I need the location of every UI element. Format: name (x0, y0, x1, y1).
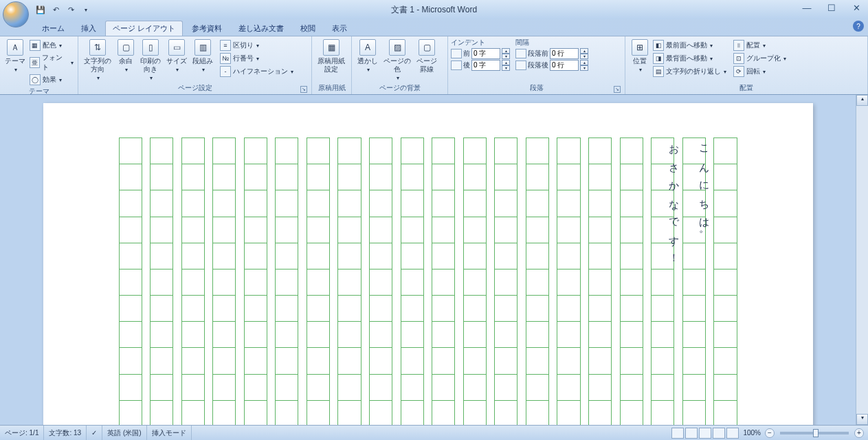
group-background-label: ページの背景 (355, 82, 445, 94)
margins-icon: ▢ (118, 39, 134, 56)
line-numbers[interactable]: №行番号▾ (219, 52, 295, 65)
status-language[interactable]: 英語 (米国) (102, 426, 146, 440)
page[interactable]: こんにちは。 おさかなです！ (43, 103, 813, 425)
page-color-icon: ▨ (389, 39, 405, 56)
close-button[interactable]: ✕ (847, 1, 865, 14)
orientation-icon: ▯ (142, 39, 159, 56)
columns[interactable]: ▥段組み▾ (190, 38, 216, 74)
zoom-slider[interactable] (780, 432, 849, 434)
theme-effects[interactable]: ◯効果▾ (28, 74, 75, 86)
group-pagesetup-label: ページ設定↘ (81, 82, 309, 94)
margins[interactable]: ▢余白▾ (114, 38, 137, 74)
status-mode[interactable]: 挿入モード (147, 426, 192, 440)
tab-references[interactable]: 参考資料 (184, 21, 230, 36)
qat-redo[interactable]: ↷ (65, 3, 77, 16)
columns-icon: ▥ (194, 39, 211, 56)
themes-icon: Ａ (7, 39, 23, 56)
align-icon: ⫴ (733, 40, 744, 51)
page-color[interactable]: ▨ページの 色▾ (381, 38, 414, 82)
tab-insert[interactable]: 挿入 (74, 21, 104, 36)
ribbon-tabs: ホーム 挿入 ページ レイアウト 参考資料 差し込み文書 校閲 表示 ? (0, 19, 868, 36)
tab-page-layout[interactable]: ページ レイアウト (105, 21, 183, 36)
genkou-grid (119, 138, 737, 425)
palette-icon: ▦ (30, 40, 41, 51)
rotate[interactable]: ⟳回転▾ (732, 65, 788, 78)
space-after-input[interactable] (550, 60, 579, 71)
dialog-launcher-icon[interactable]: ↘ (300, 86, 307, 93)
watermark[interactable]: A透かし▾ (355, 38, 381, 74)
line-no-icon: № (220, 53, 231, 64)
view-full-screen[interactable] (685, 428, 698, 439)
group-genkou-label: 原稿用紙 (315, 82, 348, 94)
theme-colors[interactable]: ▦配色▾ (28, 39, 75, 52)
indent-left-spinner[interactable]: ▴▾ (502, 48, 510, 59)
send-back[interactable]: ◨最背面へ移動▾ (652, 52, 728, 65)
minimize-button[interactable]: — (798, 1, 816, 14)
tab-home[interactable]: ホーム (34, 21, 72, 36)
tab-mailings[interactable]: 差し込み文書 (231, 21, 291, 36)
effects-icon: ◯ (30, 74, 41, 85)
window-title: 文書 1 - Microsoft Word (391, 4, 477, 16)
genkou-settings[interactable]: ▦原稿用紙 設定 (315, 38, 348, 75)
themes-button[interactable]: Ａ テーマ ▾ (3, 38, 28, 74)
view-draft[interactable] (726, 428, 739, 439)
group-icon: ⊡ (733, 53, 744, 64)
indent-left-icon (451, 49, 462, 58)
breaks[interactable]: ≡区切り▾ (219, 39, 295, 52)
ribbon: Ａ テーマ ▾ ▦配色▾ 亜フォント▾ ◯効果▾ テーマ ⇅文字列の 方向▾ ▢… (0, 36, 868, 95)
view-print-layout[interactable] (671, 428, 684, 439)
page-borders[interactable]: ▢ページ 罫線 (414, 38, 440, 75)
zoom-in[interactable]: + (854, 428, 864, 438)
status-words[interactable]: 文字数: 13 (44, 426, 87, 440)
back-icon: ◨ (653, 53, 664, 64)
text-wrap[interactable]: ▤文字列の折り返し▾ (652, 65, 728, 78)
hyphenation[interactable]: -ハイフネーション▾ (219, 65, 295, 78)
view-web[interactable] (699, 428, 711, 439)
size-icon: ▭ (168, 39, 185, 56)
vertical-scrollbar[interactable]: ▴ ▾ (856, 95, 868, 425)
status-proof[interactable]: ✓ (87, 426, 102, 440)
indent-header: インデント (451, 38, 510, 47)
zoom-out[interactable]: − (765, 428, 775, 438)
align[interactable]: ⫴配置▾ (732, 39, 788, 52)
text-column-2[interactable]: おさかなです！ (664, 138, 685, 264)
wrap-icon: ▤ (653, 66, 664, 77)
tab-review[interactable]: 校閲 (293, 21, 323, 36)
space-before-spinner[interactable]: ▴▾ (580, 48, 588, 59)
scroll-down[interactable]: ▾ (856, 414, 868, 425)
space-before-icon (515, 49, 526, 58)
dialog-launcher-icon[interactable]: ↘ (614, 86, 621, 93)
help-button[interactable]: ? (853, 21, 864, 32)
group-objects[interactable]: ⊡グループ化▾ (732, 52, 788, 65)
document-area[interactable]: こんにちは。 おさかなです！ (0, 95, 856, 425)
maximize-button[interactable]: ☐ (823, 1, 841, 14)
indent-left-input[interactable] (471, 48, 500, 59)
qat-customize[interactable]: ▾ (80, 3, 92, 16)
status-page[interactable]: ページ: 1/1 (0, 426, 44, 440)
tab-view[interactable]: 表示 (324, 21, 355, 36)
font-icon: 亜 (30, 57, 40, 68)
front-icon: ◧ (653, 40, 664, 51)
position[interactable]: ⊞位置▾ (628, 38, 652, 74)
position-icon: ⊞ (632, 39, 648, 56)
space-after-icon (515, 60, 526, 70)
zoom-level[interactable]: 100% (743, 429, 761, 437)
status-bar: ページ: 1/1 文字数: 13 ✓ 英語 (米国) 挿入モード 100% − … (0, 425, 868, 440)
space-after-spinner[interactable]: ▴▾ (580, 60, 588, 71)
group-paragraph-label: 段落↘ (451, 82, 622, 94)
size[interactable]: ▭サイズ▾ (164, 38, 190, 74)
view-outline[interactable] (713, 428, 725, 439)
bring-front[interactable]: ◧最前面へ移動▾ (652, 39, 728, 52)
group-arrange-label: 配置 (628, 82, 865, 94)
text-column-1[interactable]: こんにちは。 (694, 138, 715, 245)
qat-save[interactable]: 💾 (34, 3, 47, 16)
office-button[interactable] (3, 1, 29, 28)
qat-undo[interactable]: ↶ (49, 3, 62, 16)
orientation[interactable]: ▯印刷の 向き▾ (137, 38, 164, 82)
text-direction[interactable]: ⇅文字列の 方向▾ (81, 38, 114, 82)
indent-right-input[interactable] (471, 60, 500, 71)
scroll-up[interactable]: ▴ (856, 95, 868, 106)
indent-right-spinner[interactable]: ▴▾ (502, 60, 510, 71)
theme-fonts[interactable]: 亜フォント▾ (28, 52, 75, 73)
space-before-input[interactable] (550, 48, 579, 59)
